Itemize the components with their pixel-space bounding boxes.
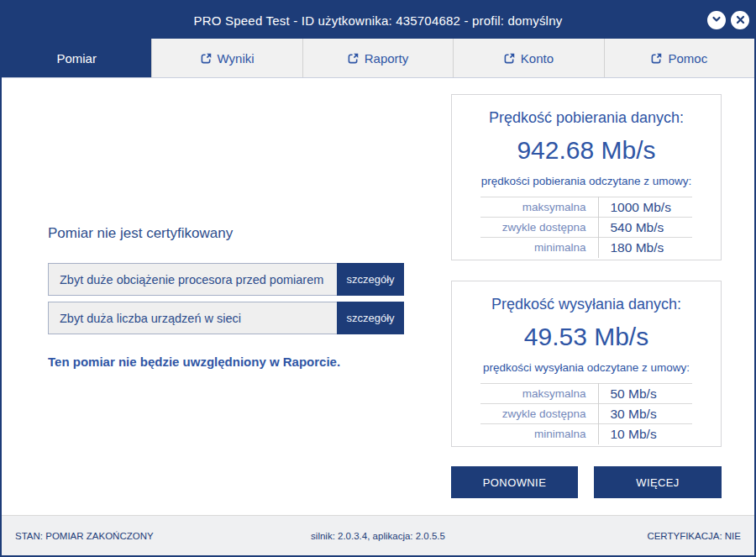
contract-label: maksymalna (480, 384, 598, 404)
warning-row: Zbyt duża liczba urządzeń w sieci szczeg… (48, 302, 404, 334)
download-contract-table: maksymalna 1000 Mb/s zwykle dostępna 540… (480, 197, 692, 258)
warning-row: Zbyt duże obciążenie procesora przed pom… (48, 263, 404, 296)
contract-label: maksymalna (480, 197, 598, 218)
external-link-icon (201, 53, 212, 64)
tab-label: Pomiar (56, 51, 97, 66)
tab-konto[interactable]: Konto (453, 39, 603, 77)
contract-value: 10 Mb/s (598, 424, 692, 444)
table-row: minimalna 10 Mb/s (480, 424, 692, 444)
details-button[interactable]: szczegóły (337, 302, 404, 334)
external-link-icon (651, 53, 662, 64)
certification-status: CERTYFIKACJA: NIE (647, 531, 741, 541)
tab-bar: Pomiar Wyniki Raporty Konto Pomoc (2, 39, 754, 78)
contract-label: zwykle dostępna (480, 404, 598, 424)
chevron-down-icon (711, 13, 722, 28)
contract-value: 180 Mb/s (598, 238, 692, 258)
table-row: minimalna 180 Mb/s (480, 238, 692, 258)
contract-value: 30 Mb/s (598, 404, 692, 424)
table-row: zwykle dostępna 540 Mb/s (480, 218, 692, 238)
retry-button[interactable]: PONOWNIE (451, 466, 578, 498)
contract-value: 540 Mb/s (598, 218, 692, 238)
contract-label: minimalna (480, 238, 598, 258)
upload-title: Prędkość wysyłania danych: (452, 296, 721, 313)
external-link-icon (504, 53, 515, 64)
contract-value: 1000 Mb/s (598, 197, 692, 218)
download-value: 942.68 Mb/s (452, 136, 721, 165)
download-title: Prędkość pobierania danych: (452, 109, 721, 127)
report-note: Ten pomiar nie będzie uwzględniony w Rap… (48, 355, 340, 369)
table-row: maksymalna 50 Mb/s (480, 384, 692, 404)
download-panel: Prędkość pobierania danych: 942.68 Mb/s … (451, 94, 722, 260)
window-controls (707, 11, 749, 29)
status-text: STAN: POMIAR ZAKOŃCZONY (15, 531, 154, 541)
table-row: zwykle dostępna 30 Mb/s (480, 404, 692, 424)
warning-text: Zbyt duże obciążenie procesora przed pom… (48, 263, 337, 296)
tab-label: Konto (521, 51, 554, 66)
collapse-button[interactable] (707, 11, 726, 29)
title-bar: PRO Speed Test - ID użytkownika: 4357046… (2, 2, 754, 39)
status-bar: STAN: POMIAR ZAKOŃCZONY silnik: 2.0.3.4,… (2, 515, 754, 555)
close-icon (736, 13, 745, 28)
tab-label: Raporty (365, 51, 409, 66)
upload-contract-table: maksymalna 50 Mb/s zwykle dostępna 30 Mb… (480, 383, 692, 444)
close-button[interactable] (731, 11, 749, 29)
tab-raporty[interactable]: Raporty (302, 39, 453, 77)
more-button[interactable]: WIĘCEJ (594, 466, 722, 498)
contract-label: minimalna (480, 424, 598, 444)
tab-label: Wyniki (218, 51, 255, 66)
upload-panel: Prędkość wysyłania danych: 49.53 Mb/s pr… (451, 281, 722, 447)
contract-value: 50 Mb/s (598, 384, 692, 404)
tab-wyniki[interactable]: Wyniki (151, 39, 302, 77)
upload-subtitle: prędkości wysyłania odczytane z umowy: (452, 361, 721, 374)
certification-heading: Pomiar nie jest certyfikowany (48, 225, 233, 242)
table-row: maksymalna 1000 Mb/s (480, 197, 692, 218)
app-window: PRO Speed Test - ID użytkownika: 4357046… (0, 0, 756, 557)
contract-label: zwykle dostępna (480, 218, 598, 238)
tab-pomiar[interactable]: Pomiar (2, 39, 151, 77)
upload-value: 49.53 Mb/s (452, 323, 721, 351)
details-button[interactable]: szczegóły (337, 263, 404, 296)
tab-label: Pomoc (668, 51, 707, 66)
window-title: PRO Speed Test - ID użytkownika: 4357046… (194, 13, 563, 28)
tab-pomoc[interactable]: Pomoc (604, 39, 754, 77)
download-subtitle: prędkości pobierania odczytane z umowy: (452, 175, 721, 187)
warning-text: Zbyt duża liczba urządzeń w sieci (48, 302, 337, 334)
external-link-icon (348, 53, 359, 64)
